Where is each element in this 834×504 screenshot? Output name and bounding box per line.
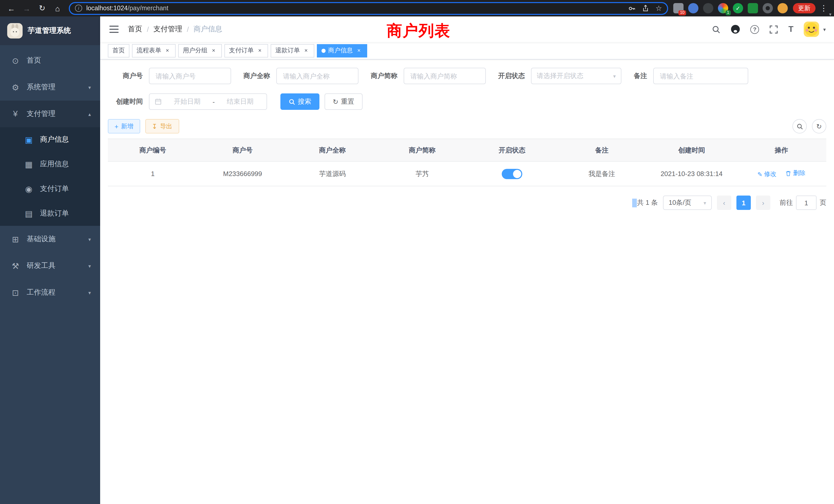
status-toggle[interactable] [502,168,522,179]
tab-process-form[interactable]: 流程表单× [132,44,176,57]
cell-short-name: 芋艿 [377,161,467,186]
main-area: 商户列表 首页 / 支付管理 / 商户信息 [100,17,834,504]
sidebar-item-dev-tools[interactable]: ⚒ 研发工具 ▾ [0,253,100,279]
help-icon[interactable]: ? [750,25,759,33]
extension-icon-5[interactable]: ✓ [733,3,743,13]
extension-icon-3[interactable] [703,3,713,13]
close-icon[interactable]: × [303,47,310,54]
forward-icon[interactable]: → [21,2,33,14]
refresh-table-button[interactable]: ↻ [812,119,826,134]
full-name-input[interactable] [276,68,358,84]
extensions-puzzle-icon[interactable] [763,3,773,13]
chevron-down-icon: ▾ [704,200,706,206]
plus-icon: + [114,123,118,130]
search-icon[interactable] [712,25,721,33]
table-toolbar: + 新增 ↧ 导出 ↻ [108,119,826,134]
tab-merchant-info[interactable]: 商户信息× [317,44,367,57]
page-button-1[interactable]: 1 [737,196,751,210]
col-actions: 操作 [737,139,826,161]
sidebar-item-system[interactable]: ⚙ 系统管理 ▾ [0,74,100,100]
chevron-down-icon[interactable]: ▾ [829,12,831,17]
font-size-icon[interactable]: T [788,25,793,34]
reset-button[interactable]: ↻ 重置 [325,93,363,110]
sidebar-item-label: 商户信息 [40,135,69,144]
sidebar-item-label: 基础设施 [27,234,56,244]
tab-pay-order[interactable]: 支付订单× [224,44,268,57]
url-bar[interactable]: i localhost:1024/pay/merchant ☆ [69,2,668,15]
sidebar-item-label: 工作流程 [27,288,56,297]
sidebar-item-home[interactable]: ⊙ 首页 [0,47,100,74]
breadcrumb-separator: / [187,25,189,33]
tab-user-group[interactable]: 用户分组× [178,44,222,57]
col-merchant-id: 商户编号 [108,139,198,161]
browser-menu-icon[interactable]: ⋮ [818,2,829,14]
order-icon: ◉ [23,184,35,194]
home-icon[interactable]: ⌂ [51,2,64,14]
pagination-goto: 前往 页 [780,196,826,210]
sidebar-toggle-icon[interactable] [108,24,120,35]
cell-merchant-no: M233666999 [198,161,288,186]
close-icon[interactable]: × [210,47,217,54]
extension-icon-1[interactable]: 10 [673,3,683,13]
breadcrumb-item-payment[interactable]: 支付管理 [154,25,182,34]
export-button[interactable]: ↧ 导出 [145,119,179,134]
extension-icon-4[interactable]: 1 [718,3,728,13]
site-info-icon[interactable]: i [75,5,82,12]
url-host: localhost:1024 [86,5,128,12]
sidebar-item-pay-order[interactable]: ◉ 支付订单 [0,177,100,201]
sidebar-item-payment[interactable]: ¥ 支付管理 ▴ [0,100,100,127]
table-header-row: 商户编号 商户号 商户全称 商户简称 开启状态 备注 创建时间 操作 [108,139,826,161]
user-menu[interactable]: ▾ [804,22,826,37]
password-key-icon[interactable] [628,4,636,12]
text-selection-highlight [632,198,637,207]
screen: ← → ↻ ⌂ i localhost:1024/pay/merchant ☆ … [0,0,834,504]
sidebar-item-label: 支付管理 [27,109,56,118]
goto-page-input[interactable] [796,196,816,210]
browser-profile-avatar[interactable] [777,3,788,13]
prev-page-button[interactable]: ‹ [717,196,731,210]
breadcrumb-item-home[interactable]: 首页 [128,25,142,34]
sidebar-item-infrastructure[interactable]: ⊞ 基础设施 ▾ [0,226,100,253]
end-date-placeholder: 结束日期 [219,97,261,106]
filter-row-1: 商户号 商户全称 商户简称 开启状态 请选择开启状态 [108,68,826,84]
back-icon[interactable]: ← [5,2,18,14]
close-icon[interactable]: × [355,47,363,54]
search-button[interactable]: 搜索 [280,93,320,110]
infra-icon: ⊞ [9,234,22,244]
close-icon[interactable]: × [256,47,263,54]
extension-icon-6[interactable] [748,3,758,13]
add-button[interactable]: + 新增 [108,119,140,134]
toggle-search-button[interactable] [792,119,807,134]
extension-icon-2[interactable] [688,3,698,13]
sidebar-item-workflow[interactable]: ⊡ 工作流程 ▾ [0,279,100,306]
sidebar-item-refund-order[interactable]: ▤ 退款订单 [0,201,100,226]
browser-update-button[interactable]: 更新 [793,3,815,13]
bookmark-star-icon[interactable]: ☆ [656,4,662,12]
next-page-button[interactable]: › [756,196,770,210]
sidebar-item-app-info[interactable]: ▦ 应用信息 [0,152,100,177]
merchant-no-input[interactable] [149,68,231,84]
goto-label: 前往 [780,198,793,207]
yen-icon: ¥ [9,109,22,118]
chevron-up-icon: ▴ [88,111,91,117]
chevron-down-icon: ▾ [88,290,91,295]
sidebar-item-merchant-info[interactable]: ▣ 商户信息 [0,127,100,152]
remark-input[interactable] [653,68,748,84]
edit-link[interactable]: ✎修改 [757,170,776,179]
tab-home[interactable]: 首页 [108,44,129,57]
reload-icon[interactable]: ↻ [36,2,48,14]
tab-refund-order[interactable]: 退款订单× [271,44,314,57]
date-range-picker[interactable]: 开始日期 - 结束日期 [149,93,267,110]
share-icon[interactable] [642,5,650,12]
status-select[interactable]: 请选择开启状态 ▾ [531,68,621,84]
short-name-input[interactable] [404,68,486,84]
pagination: 共 1 条 10条/页 ▾ ‹ 1 › 前往 页 [108,196,826,210]
delete-link[interactable]: 删除 [786,169,806,178]
gear-icon: ⚙ [9,83,22,92]
github-icon[interactable] [731,25,740,34]
fullscreen-icon[interactable] [769,25,778,33]
cell-created-at: 2021-10-23 08:31:14 [647,161,737,186]
close-icon[interactable]: × [164,47,171,54]
app-logo[interactable]: 芋道管理系统 [0,17,100,45]
page-size-select[interactable]: 10条/页 ▾ [663,196,712,210]
